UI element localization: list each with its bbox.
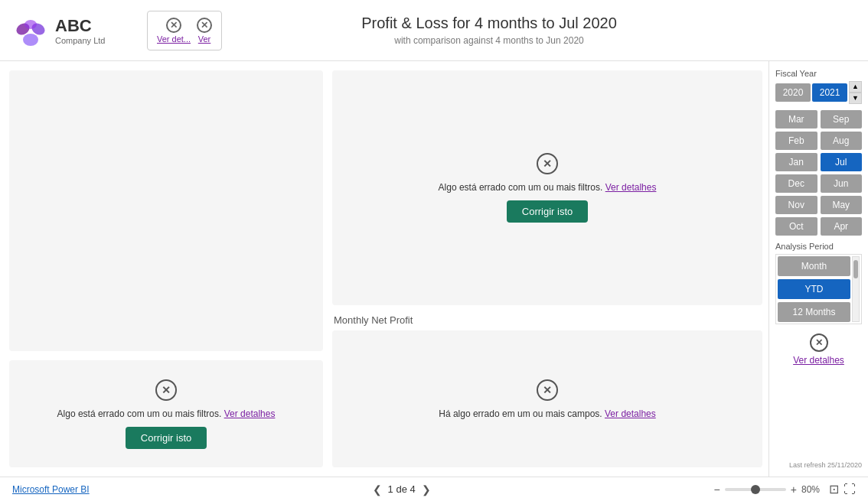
fix-button-right-top[interactable]: Corrigir isto [507, 200, 588, 223]
analysis-12months-btn[interactable]: 12 Months [778, 302, 850, 322]
logo-title: ABC [55, 16, 105, 36]
year-down-btn[interactable]: ▼ [849, 93, 862, 104]
left-top-panel [9, 70, 323, 351]
page-prev-arrow[interactable]: ❮ [373, 483, 382, 496]
fiscal-year-label: Fiscal Year [775, 69, 862, 78]
close-btn-1-label[interactable]: Ver det... [157, 34, 191, 44]
year-2020-btn[interactable]: 2020 [775, 83, 811, 102]
month-nov-btn[interactable]: Nov [775, 196, 817, 214]
error-link-left[interactable]: Ver detalhes [224, 408, 276, 419]
zoom-controls: − + 80% ⊡ ⛶ [714, 482, 856, 496]
sidebar-error-icon: ✕ [810, 333, 828, 352]
page-info: 1 de 4 [388, 483, 416, 495]
zoom-plus-btn[interactable]: + [791, 483, 797, 496]
close-icon-2: ✕ [197, 18, 212, 33]
bottom-bar: Microsoft Power BI ❮ 1 de 4 ❯ − + 80% ⊡ … [0, 477, 868, 501]
error-text-monthly: Há algo errado em um ou mais campos. Ver… [439, 408, 656, 419]
svg-point-0 [23, 34, 38, 46]
fix-button-left[interactable]: Corrigir isto [126, 427, 207, 449]
fullscreen-icon[interactable]: ⛶ [844, 483, 856, 496]
sub-title: with comparison against 4 months to Jun … [234, 35, 744, 46]
page-next-arrow[interactable]: ❯ [422, 483, 431, 496]
error-link-right-top[interactable]: Ver detalhes [605, 182, 657, 193]
month-jul-btn[interactable]: Jul [821, 153, 863, 171]
logo-area: ABC Company Ltd [12, 12, 135, 49]
month-oct-btn[interactable]: Oct [775, 217, 817, 236]
zoom-thumb [751, 485, 760, 494]
fiscal-year-section: Fiscal Year 2020 2021 ▲ ▼ [775, 69, 862, 104]
last-refresh: Last refresh 25/11/2020 [775, 461, 862, 469]
monthly-panel: ✕ Há algo errado em um ou mais campos. V… [332, 330, 762, 467]
close-button-2[interactable]: ✕ Ver [197, 18, 212, 44]
error-text-left: Algo está errado com um ou mais filtros.… [57, 408, 276, 419]
zoom-percentage: 80% [801, 484, 824, 495]
error-circle-icon-left: ✕ [155, 379, 177, 401]
zoom-track[interactable] [725, 488, 786, 491]
close-button-1[interactable]: ✕ Ver det... [157, 18, 191, 44]
fiscal-year-row: 2020 2021 ▲ ▼ [775, 81, 862, 104]
analysis-items: Month YTD 12 Months [778, 256, 850, 322]
month-aug-btn[interactable]: Aug [821, 132, 863, 150]
month-apr-btn[interactable]: Apr [821, 217, 863, 236]
right-sidebar: Fiscal Year 2020 2021 ▲ ▼ Mar Sep Feb Au… [768, 61, 868, 477]
month-grid: Mar Sep Feb Aug Jan Jul Dec Jun Nov May … [775, 110, 862, 236]
month-dec-btn[interactable]: Dec [775, 174, 817, 193]
svg-point-3 [24, 20, 37, 29]
analysis-period-section: Analysis Period Month YTD 12 Months [775, 242, 862, 324]
left-column: ✕ Algo está errado com um ou mais filtro… [0, 61, 329, 477]
main-area: ✕ Algo está errado com um ou mais filtro… [0, 61, 868, 477]
month-jan-btn[interactable]: Jan [775, 153, 817, 171]
monthly-label: Monthly Net Profit [332, 314, 762, 326]
fit-page-icon[interactable]: ⊡ [829, 482, 839, 496]
monthly-section: Monthly Net Profit ✕ Há algo errado em u… [332, 314, 762, 467]
year-2021-btn[interactable]: 2021 [812, 83, 847, 102]
close-icon-1: ✕ [166, 18, 181, 33]
title-area: Profit & Loss for 4 months to Jul 2020 w… [234, 15, 744, 46]
sidebar-error-section: ✕ Ver detalhes [775, 333, 862, 366]
main-title: Profit & Loss for 4 months to Jul 2020 [234, 15, 744, 32]
logo-subtitle: Company Ltd [55, 36, 105, 45]
error-circle-icon-monthly: ✕ [537, 379, 558, 401]
analysis-period-label: Analysis Period [775, 242, 862, 251]
year-up-btn[interactable]: ▲ [849, 81, 862, 93]
powerbi-link[interactable]: Microsoft Power BI [12, 484, 90, 495]
close-buttons-group: ✕ Ver det... ✕ Ver [147, 11, 222, 50]
pagination-controls: ❮ 1 de 4 ❯ [373, 483, 431, 496]
zoom-minus-btn[interactable]: − [714, 483, 720, 496]
month-sep-btn[interactable]: Sep [821, 110, 863, 129]
month-feb-btn[interactable]: Feb [775, 132, 817, 150]
error-text-right-top: Algo está errado com um ou mais filtros.… [439, 182, 657, 193]
header: ABC Company Ltd ✕ Ver det... ✕ Ver Profi… [0, 0, 868, 61]
analysis-ytd-btn[interactable]: YTD [778, 279, 850, 299]
month-jun-btn[interactable]: Jun [821, 174, 863, 193]
error-link-monthly[interactable]: Ver detalhes [605, 408, 656, 419]
month-mar-btn[interactable]: Mar [775, 110, 817, 129]
ver-detalhes-link[interactable]: Ver detalhes [793, 355, 844, 366]
analysis-scrollable: Month YTD 12 Months [775, 254, 862, 324]
logo-icon [12, 12, 49, 49]
month-may-btn[interactable]: May [821, 196, 863, 214]
left-bottom-panel: ✕ Algo está errado com um ou mais filtro… [9, 360, 323, 467]
analysis-month-btn[interactable]: Month [778, 256, 850, 276]
analysis-scrollbar-thumb [853, 260, 858, 278]
year-spinner[interactable]: ▲ ▼ [849, 81, 862, 104]
close-btn-2-label[interactable]: Ver [198, 34, 211, 44]
right-column: ✕ Algo está errado com um ou mais filtro… [329, 61, 768, 477]
analysis-scrollbar[interactable] [852, 256, 860, 322]
content-area: ✕ Algo está errado com um ou mais filtro… [0, 61, 768, 477]
error-circle-icon-right-top: ✕ [537, 153, 558, 174]
right-top-panel: ✕ Algo está errado com um ou mais filtro… [332, 70, 762, 305]
